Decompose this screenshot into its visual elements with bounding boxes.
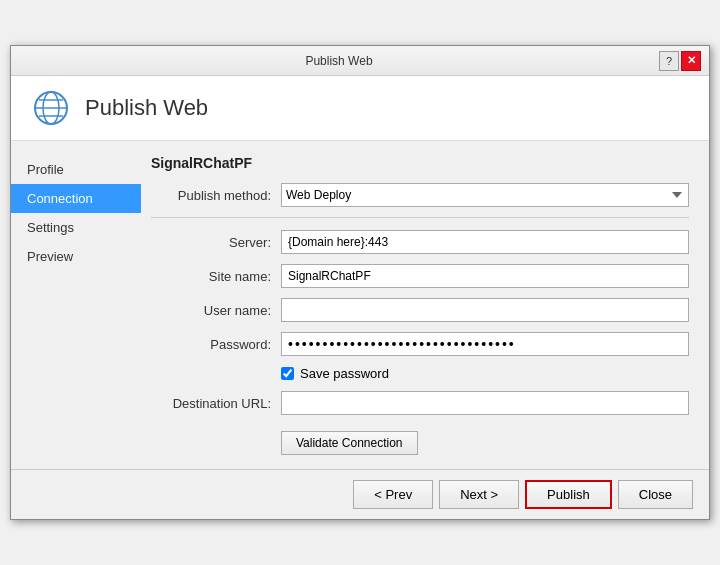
publish-method-label: Publish method: xyxy=(151,188,281,203)
server-label: Server: xyxy=(151,235,281,250)
header-title: Publish Web xyxy=(85,95,208,121)
save-password-label[interactable]: Save password xyxy=(300,366,389,381)
save-password-group: Save password xyxy=(281,366,689,381)
destination-url-label: Destination URL: xyxy=(151,396,281,411)
destination-url-input[interactable] xyxy=(281,391,689,415)
window-close-button[interactable]: ✕ xyxy=(681,51,701,71)
section-title: SignalRChatPF xyxy=(151,155,689,171)
destination-url-group: Destination URL: xyxy=(151,391,689,415)
close-button[interactable]: Close xyxy=(618,480,693,509)
user-name-label: User name: xyxy=(151,303,281,318)
title-bar: Publish Web ? ✕ xyxy=(11,46,709,76)
globe-icon xyxy=(31,88,71,128)
server-group: Server: xyxy=(151,230,689,254)
publish-method-select[interactable]: Web Deploy FTP File System xyxy=(281,183,689,207)
password-input[interactable] xyxy=(281,332,689,356)
sidebar-item-settings[interactable]: Settings xyxy=(11,213,141,242)
password-group: Password: xyxy=(151,332,689,356)
separator xyxy=(151,217,689,218)
save-password-checkbox[interactable] xyxy=(281,367,294,380)
sidebar-item-profile[interactable]: Profile xyxy=(11,155,141,184)
publish-button[interactable]: Publish xyxy=(525,480,612,509)
sidebar-item-preview[interactable]: Preview xyxy=(11,242,141,271)
site-name-label: Site name: xyxy=(151,269,281,284)
user-name-input[interactable] xyxy=(281,298,689,322)
server-input[interactable] xyxy=(281,230,689,254)
password-label: Password: xyxy=(151,337,281,352)
validate-connection-button[interactable]: Validate Connection xyxy=(281,431,418,455)
user-name-group: User name: xyxy=(151,298,689,322)
title-buttons: ? ✕ xyxy=(659,51,701,71)
help-button[interactable]: ? xyxy=(659,51,679,71)
title-bar-left: Publish Web xyxy=(19,54,659,68)
main-content: SignalRChatPF Publish method: Web Deploy… xyxy=(141,151,709,459)
sidebar-item-connection[interactable]: Connection xyxy=(11,184,141,213)
site-name-input[interactable] xyxy=(281,264,689,288)
header-section: Publish Web xyxy=(11,76,709,141)
publish-method-group: Publish method: Web Deploy FTP File Syst… xyxy=(151,183,689,207)
main-window: Publish Web ? ✕ Publish Web Profile Conn… xyxy=(10,45,710,520)
content-area: Profile Connection Settings Preview Sign… xyxy=(11,141,709,469)
footer: < Prev Next > Publish Close xyxy=(11,469,709,519)
window-title: Publish Web xyxy=(305,54,372,68)
sidebar: Profile Connection Settings Preview xyxy=(11,151,141,459)
site-name-group: Site name: xyxy=(151,264,689,288)
prev-button[interactable]: < Prev xyxy=(353,480,433,509)
next-button[interactable]: Next > xyxy=(439,480,519,509)
